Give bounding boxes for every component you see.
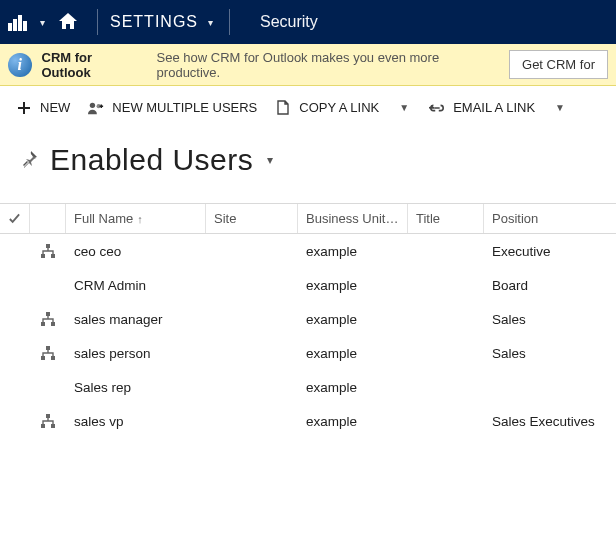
app-switcher-caret-icon[interactable]: ▾ — [36, 17, 49, 28]
cmd-label: COPY A LINK — [299, 100, 379, 115]
copy-a-link-button[interactable]: COPY A LINK — [275, 100, 379, 115]
cell-full-name[interactable]: sales vp — [66, 404, 206, 438]
cell-full-name[interactable]: Sales rep — [66, 370, 206, 404]
column-business-unit[interactable]: Business Unit… — [298, 204, 408, 233]
cell-position[interactable]: Board — [484, 268, 616, 302]
cell-business-unit[interactable]: example — [298, 234, 408, 268]
get-crm-button[interactable]: Get CRM for — [509, 50, 608, 79]
cell-business-unit[interactable]: example — [298, 404, 408, 438]
new-button[interactable]: NEW — [16, 100, 70, 115]
pin-icon[interactable] — [20, 150, 38, 171]
svg-rect-13 — [41, 356, 45, 360]
cell-position[interactable]: Sales Executives — [484, 404, 616, 438]
select-all-checkbox[interactable] — [0, 204, 30, 233]
cmd-label: NEW MULTIPLE USERS — [112, 100, 257, 115]
column-label: Position — [492, 211, 538, 226]
table-row[interactable]: sales managerexampleSales — [0, 302, 616, 336]
cell-site — [206, 302, 298, 336]
row-checkbox[interactable] — [0, 234, 30, 268]
cell-site — [206, 370, 298, 404]
email-link-split-caret-icon[interactable]: ▼ — [553, 102, 567, 113]
hierarchy-icon[interactable] — [30, 404, 66, 438]
new-multiple-users-button[interactable]: NEW MULTIPLE USERS — [88, 100, 257, 115]
area-caret-icon[interactable]: ▾ — [204, 17, 217, 28]
table-row[interactable]: CRM AdminexampleBoard — [0, 268, 616, 302]
cell-full-name[interactable]: sales manager — [66, 302, 206, 336]
view-name[interactable]: Enabled Users — [50, 143, 253, 177]
cell-title — [408, 302, 484, 336]
column-site[interactable]: Site — [206, 204, 298, 233]
cell-business-unit[interactable]: example — [298, 336, 408, 370]
crm-logo-icon[interactable] — [8, 13, 30, 31]
row-checkbox[interactable] — [0, 302, 30, 336]
table-row[interactable]: sales vpexampleSales Executives — [0, 404, 616, 438]
column-full-name[interactable]: Full Name ↑ — [66, 204, 206, 233]
cell-business-unit[interactable]: example — [298, 370, 408, 404]
view-title-bar: Enabled Users ▾ — [0, 125, 616, 187]
command-bar: NEW NEW MULTIPLE USERS COPY A LINK ▼ EMA… — [0, 86, 616, 125]
copy-link-split-caret-icon[interactable]: ▼ — [397, 102, 411, 113]
view-picker-caret-icon[interactable]: ▾ — [267, 153, 273, 167]
svg-rect-11 — [51, 322, 55, 326]
breadcrumb[interactable]: Security — [260, 13, 318, 31]
svg-rect-14 — [51, 356, 55, 360]
hierarchy-icon — [30, 268, 66, 302]
cell-title — [408, 336, 484, 370]
column-label: Full Name — [74, 211, 133, 226]
cell-full-name[interactable]: CRM Admin — [66, 268, 206, 302]
cell-full-name[interactable]: ceo ceo — [66, 234, 206, 268]
column-label: Business Unit… — [306, 211, 398, 226]
cell-business-unit[interactable]: example — [298, 302, 408, 336]
cell-position[interactable]: Sales — [484, 336, 616, 370]
cell-business-unit[interactable]: example — [298, 268, 408, 302]
area-settings[interactable]: SETTINGS — [110, 13, 198, 31]
table-row[interactable]: Sales repexample — [0, 370, 616, 404]
email-a-link-button[interactable]: EMAIL A LINK — [429, 100, 535, 115]
cell-title — [408, 268, 484, 302]
table-row[interactable]: sales personexampleSales — [0, 336, 616, 370]
svg-rect-9 — [46, 312, 50, 316]
info-icon: i — [8, 53, 32, 77]
hierarchy-icon — [30, 370, 66, 404]
home-icon[interactable] — [55, 13, 85, 32]
table-row[interactable]: ceo ceoexampleExecutive — [0, 234, 616, 268]
svg-rect-2 — [18, 15, 22, 31]
users-plus-icon — [88, 101, 104, 115]
row-checkbox[interactable] — [0, 336, 30, 370]
column-title[interactable]: Title — [408, 204, 484, 233]
column-label: Site — [214, 211, 236, 226]
svg-rect-3 — [23, 21, 27, 31]
banner-text: See how CRM for Outlook makes you even m… — [157, 50, 499, 80]
hierarchy-icon[interactable] — [30, 336, 66, 370]
cmd-label: EMAIL A LINK — [453, 100, 535, 115]
banner-title: CRM for Outlook — [42, 50, 143, 80]
column-label: Title — [416, 211, 440, 226]
nav-divider — [229, 9, 230, 35]
grid-header-row: Full Name ↑ Site Business Unit… Title Po… — [0, 204, 616, 234]
grid-body: ceo ceoexampleExecutiveCRM AdminexampleB… — [0, 234, 616, 438]
column-position[interactable]: Position — [484, 204, 616, 233]
cell-position[interactable]: Sales — [484, 302, 616, 336]
outlook-banner: i CRM for Outlook See how CRM for Outloo… — [0, 44, 616, 86]
cell-site — [206, 404, 298, 438]
row-checkbox[interactable] — [0, 268, 30, 302]
cell-position[interactable]: Executive — [484, 234, 616, 268]
document-icon — [275, 100, 291, 115]
hierarchy-icon[interactable] — [30, 302, 66, 336]
svg-rect-0 — [8, 23, 12, 31]
svg-rect-17 — [51, 424, 55, 428]
row-checkbox[interactable] — [0, 370, 30, 404]
row-checkbox[interactable] — [0, 404, 30, 438]
cell-title — [408, 370, 484, 404]
plus-icon — [16, 101, 32, 115]
hierarchy-icon[interactable] — [30, 234, 66, 268]
cell-position[interactable] — [484, 370, 616, 404]
cell-title — [408, 234, 484, 268]
cell-full-name[interactable]: sales person — [66, 336, 206, 370]
svg-rect-10 — [41, 322, 45, 326]
svg-rect-8 — [51, 254, 55, 258]
top-nav: ▾ SETTINGS ▾ Security — [0, 0, 616, 44]
cmd-label: NEW — [40, 100, 70, 115]
svg-rect-6 — [46, 244, 50, 248]
svg-point-4 — [90, 102, 95, 107]
